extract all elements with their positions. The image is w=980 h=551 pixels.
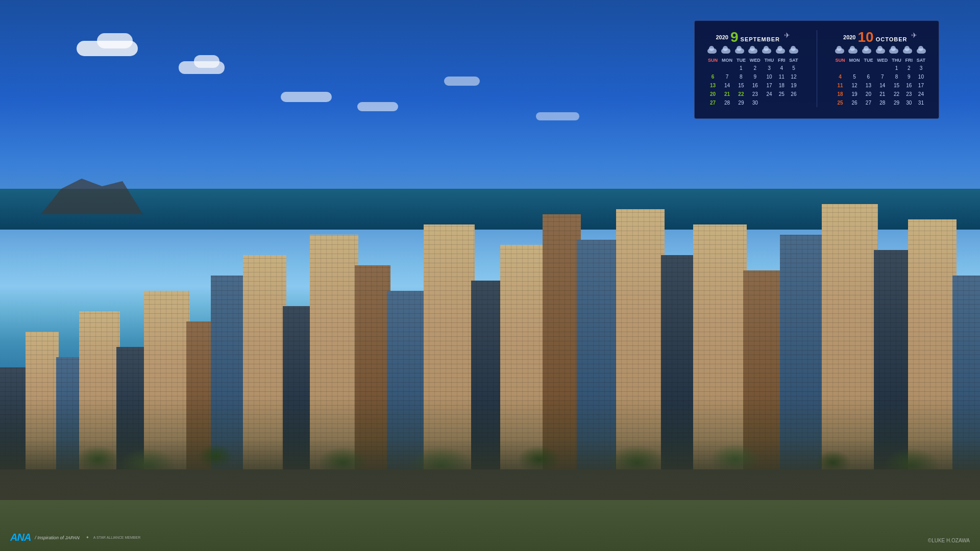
sep-week-5: 27 28 29 30 [706,98,800,107]
sep-header-fri: FRI [776,57,787,64]
oct-week-2: 4 5 6 7 8 9 10 [834,72,928,81]
oct-w2-sun: 4 [834,72,847,81]
svg-marker-0 [41,179,143,214]
oct-w3-sun: 11 [834,81,847,90]
oct-week-1: 1 2 3 [834,64,928,72]
september-name: SEPTEMBER [741,36,780,42]
oct-w4-mon: 19 [847,90,862,98]
sep-w2-wed: 9 [748,72,763,81]
sep-header-wed: WED [748,57,763,64]
star-alliance-text: A STAR ALLIANCE MEMBER [93,536,140,539]
oct-w5-sat: 31 [915,98,927,107]
cloud-4 [357,102,398,111]
oct-w1-thu: 1 [890,64,903,72]
sep-week-4: 20 21 22 23 24 25 26 [706,90,800,98]
cloud-1b [97,33,133,48]
sep-w2-fri: 11 [776,72,787,81]
sep-week-2: 6 7 8 9 10 11 12 [706,72,800,81]
oct-w5-wed: 28 [875,98,890,107]
sep-w2-sat: 12 [787,72,800,81]
cloud-6 [536,112,579,120]
oct-w4-tue: 20 [862,90,875,98]
oct-w3-sat: 17 [915,81,927,90]
oct-w1-wed [875,64,890,72]
oct-header-sun: SUN [834,57,847,64]
sep-w3-mon: 14 [720,81,734,90]
plane-icon-oct: ✈ [911,31,917,39]
oct-w4-sat: 24 [915,90,927,98]
oct-w2-wed: 7 [875,72,890,81]
sep-w2-mon: 7 [720,72,734,81]
oct-w5-thu: 29 [890,98,903,107]
oct-w2-tue: 6 [862,72,875,81]
sep-w5-thu [763,98,776,107]
sep-w3-wed: 16 [748,81,763,90]
oct-w1-fri: 2 [903,64,915,72]
oct-w4-fri: 23 [903,90,915,98]
oct-w1-sat: 3 [915,64,927,72]
sep-w4-thu: 24 [763,90,776,98]
cloud-dec-3 [735,48,744,54]
sep-w5-fri [776,98,787,107]
sep-w5-sat [787,98,800,107]
sep-w4-fri: 25 [776,90,787,98]
oct-header-fri: FRI [903,57,915,64]
street-detail [0,398,980,500]
sep-w2-sun: 6 [706,72,720,81]
sep-w5-mon: 28 [720,98,734,107]
oct-w4-sun: 18 [834,90,847,98]
cloud-dec-oct-1 [835,48,844,54]
oct-w4-thu: 22 [890,90,903,98]
oct-w2-sat: 10 [915,72,927,81]
sep-week-3: 13 14 15 16 17 18 19 [706,81,800,90]
cloud-dec-6 [776,48,785,54]
calendar-divider [817,30,817,107]
oct-w5-mon: 26 [847,98,862,107]
oct-w4-wed: 21 [875,90,890,98]
september-calendar: 2020 9 SEPTEMBER ✈ SUN MON [706,30,800,107]
cloud-dec-oct-3 [862,48,871,54]
october-year: 2020 [843,34,855,40]
plane-icon-sep: ✈ [784,31,790,39]
oct-w2-fri: 9 [903,72,915,81]
cloud-3 [281,92,332,102]
cloud-dec-oct-4 [876,48,885,54]
oct-w5-tue: 27 [862,98,875,107]
cloud-dec-oct-7 [917,48,926,54]
sep-w2-tue: 8 [734,72,748,81]
oct-w1-sun [834,64,847,72]
oct-w3-thu: 15 [890,81,903,90]
cloud-dec-oct-6 [903,48,912,54]
cloud-5 [444,77,480,86]
oct-week-3: 11 12 13 14 15 16 17 [834,81,928,90]
sep-w3-sat: 19 [787,81,800,90]
sep-header-sat: SAT [787,57,800,64]
sep-w1-sat: 5 [787,64,800,72]
oct-w3-mon: 12 [847,81,862,90]
october-name: OCTOBER [876,36,908,42]
sep-w1-mon [720,64,734,72]
sep-w4-mon: 21 [720,90,734,98]
cloud-dec-5 [762,48,771,54]
sep-w3-thu: 17 [763,81,776,90]
sep-w5-wed: 30 [748,98,763,107]
sep-header-mon: MON [720,57,734,64]
copyright-text: ©LUKE H.OZAWA [928,538,970,543]
star-alliance-icon: ✦ [86,535,89,540]
september-number: 9 [730,30,739,44]
oct-w3-fri: 16 [903,81,915,90]
sep-w4-tue: 22 [734,90,748,98]
september-clouds [706,48,800,54]
sep-w1-fri: 4 [776,64,787,72]
sep-w5-tue: 29 [734,98,748,107]
cloud-2b [194,55,219,68]
sep-header-sun: SUN [706,57,720,64]
sep-w1-wed: 2 [748,64,763,72]
sep-header-tue: TUE [734,57,748,64]
oct-header-wed: WED [875,57,890,64]
oct-w5-fri: 30 [903,98,915,107]
oct-w2-mon: 5 [847,72,862,81]
oct-header-tue: TUE [862,57,875,64]
cloud-dec-7 [789,48,798,54]
oct-week-4: 18 19 20 21 22 23 24 [834,90,928,98]
